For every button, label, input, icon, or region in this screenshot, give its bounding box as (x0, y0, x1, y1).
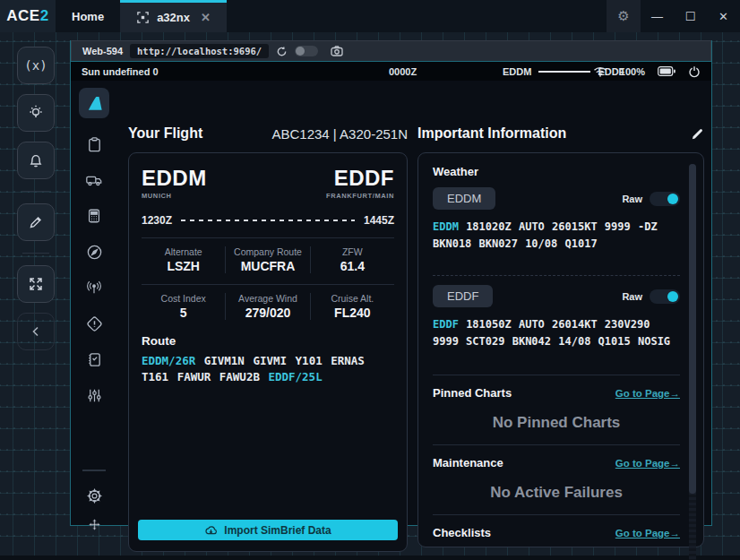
stat-label: Company Route (229, 246, 305, 257)
maintenance-label: Maintenance (433, 456, 503, 470)
calculator-icon[interactable] (79, 201, 109, 231)
route-line (538, 71, 590, 73)
import-button-label: Import SimBrief Data (224, 524, 331, 537)
close-button[interactable]: ✕ (707, 0, 740, 32)
metar-eddm: EDDM 181020Z AUTO 26015KT 9999 -DZ BKN01… (433, 219, 680, 252)
clipboard-icon[interactable] (79, 129, 109, 159)
gear-icon: ⚙ (617, 8, 629, 24)
lightbulb-button[interactable] (17, 94, 55, 132)
cloud-download-icon (204, 525, 218, 536)
statusbar-origin: EDDM (503, 66, 531, 77)
sliders-icon[interactable] (79, 380, 109, 410)
antenna-icon[interactable] (79, 272, 109, 303)
toolbar-divider (22, 253, 49, 254)
flight-tab[interactable] (79, 88, 109, 118)
destination-airport: EDDF FRANKFURT/MAIN (326, 166, 394, 200)
checklist-icon[interactable] (79, 344, 109, 375)
tab-a32nx[interactable]: a32nx ✕ (120, 0, 227, 32)
pencil-icon (28, 214, 44, 230)
power-icon[interactable] (688, 65, 701, 78)
checklists-label: Checklists (433, 526, 491, 539)
stat-value: 61.4 (314, 259, 391, 273)
metar-text: 181050Z AUTO 26014KT 230V290 9999 SCT029… (433, 318, 670, 348)
url-field[interactable]: http://localhost:9696/ (130, 44, 269, 58)
stat-value: 279/020 (229, 306, 305, 320)
departure-time: 1230Z (142, 214, 172, 227)
metar-eddf: EDDF 181050Z AUTO 26014KT 230V290 9999 S… (433, 316, 680, 349)
raw-label: Raw (622, 291, 642, 302)
destination-icao: EDDF (326, 166, 394, 191)
station-chip-eddf[interactable]: EDDF (433, 285, 493, 307)
route-string: EDDM/26R GIVM1N GIVMI Y101 ERNAS T161 FA… (142, 353, 394, 385)
route-label: Route (142, 334, 394, 348)
logo-text: ACE (6, 7, 39, 25)
settings-gear-icon[interactable] (79, 480, 109, 511)
stat-alternate: Alternate LSZH (142, 246, 225, 273)
efb-content: Your Flight ABC1234 | A320-251N EDDM MUN… (71, 81, 711, 525)
metar-text: 181020Z AUTO 26015KT 9999 -DZ BKN018 BKN… (433, 220, 658, 250)
collapse-button[interactable] (17, 313, 55, 350)
taskbar-strip (0, 556, 740, 560)
statusbar-destination: EDDF (598, 66, 624, 77)
raw-toggle-eddm[interactable] (650, 192, 680, 206)
stat-zfw: ZFW 61.4 (310, 246, 394, 273)
tab-close-icon[interactable]: ✕ (201, 11, 211, 24)
compass-icon[interactable] (79, 237, 109, 267)
weather-divider (433, 275, 680, 276)
pencil-button[interactable] (17, 203, 55, 241)
pinned-charts-section: Pinned Charts Go to Page→ (433, 386, 680, 400)
refresh-icon[interactable] (276, 46, 288, 57)
important-info-title: Important Information (417, 125, 566, 142)
ground-services-icon[interactable] (79, 165, 109, 195)
tab-a32nx-label: a32nx (157, 11, 190, 24)
stat-cruise-alt: Cruise Alt. FL240 (310, 293, 394, 320)
scrollbar-thumb[interactable] (689, 164, 696, 494)
pinned-charts-label: Pinned Charts (433, 386, 512, 400)
origin-airport: EDDM MUNICH (142, 166, 207, 200)
toggle-knob (296, 47, 305, 56)
import-simbrief-button[interactable]: Import SimBrief Data (138, 520, 398, 540)
flight-card: EDDM MUNICH EDDF FRANKFURT/MAIN 1230Z 14… (128, 152, 408, 552)
edit-pencil-icon[interactable] (691, 127, 704, 141)
maximize-button[interactable]: ☐ (674, 0, 707, 32)
route-departure: EDDM/26R (142, 354, 195, 367)
variable-icon: (x) (24, 58, 47, 73)
panel-scrollbar[interactable] (689, 164, 696, 560)
arrival-time: 1445Z (364, 214, 394, 227)
variable-button[interactable]: (x) (17, 47, 55, 84)
scan-target-icon (136, 11, 150, 24)
tab-home[interactable]: Home (56, 0, 120, 32)
stat-value: 5 (145, 306, 221, 320)
lightbulb-icon (27, 104, 45, 122)
stat-label: Alternate (145, 246, 221, 257)
flight-progress-line (181, 220, 355, 221)
checklists-link[interactable]: Go to Page→ (615, 528, 680, 538)
maintenance-link[interactable]: Go to Page→ (615, 458, 680, 469)
toolbar-divider (22, 191, 49, 192)
chrome-toggle[interactable] (295, 46, 318, 56)
origin-icao: EDDM (142, 166, 207, 191)
pinned-charts-link[interactable]: Go to Page→ (615, 388, 680, 399)
camera-icon[interactable] (331, 46, 343, 56)
sidebar-divider (82, 470, 106, 471)
simbridge-window: Web-594 http://localhost:9696/ Sun undef… (70, 40, 712, 526)
toggle-knob (667, 194, 678, 204)
stat-average-wind: Average Wind 279/020 (225, 293, 309, 320)
minimize-button[interactable]: — (641, 0, 674, 32)
expand-button[interactable] (17, 265, 55, 303)
stat-cost-index: Cost Index 5 (142, 293, 225, 320)
settings-button[interactable]: ⚙ (607, 0, 641, 32)
raw-toggle-eddf[interactable] (650, 289, 680, 304)
stat-label: Cruise Alt. (314, 293, 391, 304)
efb-sidebar (71, 81, 117, 525)
stat-label: ZFW (314, 246, 391, 257)
station-chip-eddm[interactable]: EDDM (433, 187, 495, 210)
flight-stats-row-2: Cost Index 5 Average Wind 279/020 Cruise… (142, 284, 394, 320)
toggle-knob (667, 291, 678, 302)
stat-value: FL240 (314, 306, 391, 320)
failures-icon[interactable] (79, 308, 109, 339)
section-divider (433, 375, 680, 375)
bell-button[interactable] (17, 142, 55, 179)
stat-company-route: Company Route MUCFRA (225, 246, 309, 273)
window-chrome-bar[interactable]: Web-594 http://localhost:9696/ (71, 40, 711, 61)
